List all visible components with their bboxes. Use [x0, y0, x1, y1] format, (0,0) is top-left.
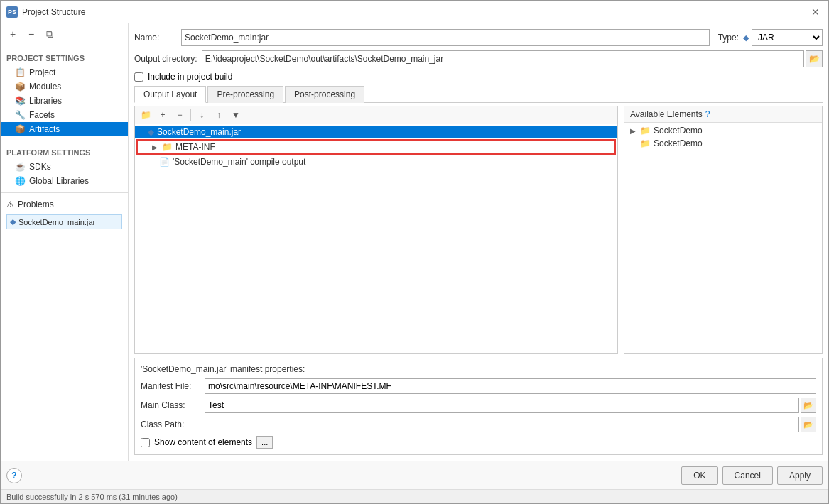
bottom-left: ? — [6, 468, 22, 483]
problems-icon: ⚠ — [6, 199, 14, 209]
output-dir-browse-button[interactable]: 📂 — [806, 50, 823, 67]
sidebar-copy-button[interactable]: ⧉ — [42, 26, 58, 42]
show-content-button[interactable]: ... — [256, 436, 273, 449]
sidebar-add-button[interactable]: + — [5, 26, 21, 42]
move-up-icon: ↑ — [217, 110, 221, 120]
folder-icon: 📁 — [640, 138, 651, 148]
sidebar-item-global-libraries[interactable]: 🌐 Global Libraries — [1, 174, 128, 188]
tab-pre-processing[interactable]: Pre-processing — [207, 86, 283, 103]
manifest-title: 'SocketDemo_main.jar' manifest propertie… — [141, 364, 816, 374]
browse-folder-icon: 📂 — [803, 401, 813, 410]
artifact-right-panel: Available Elements ? ▶ 📁 SocketDemo 📁 So — [624, 106, 823, 354]
sidebar-remove-button[interactable]: − — [23, 26, 39, 42]
tab-output-layout[interactable]: Output Layout — [134, 86, 206, 103]
tree-item-compile-output[interactable]: 📄 'SocketDemo_main' compile output — [135, 155, 617, 168]
close-icon: ✕ — [811, 6, 820, 18]
main-class-input[interactable] — [205, 398, 799, 413]
artifact-add-btn[interactable]: + — [155, 108, 170, 122]
sidebar-item-facets[interactable]: 🔧 Facets — [1, 108, 128, 122]
artifact-remove-btn[interactable]: − — [172, 108, 188, 122]
platform-settings-section: Platform Settings — [1, 146, 128, 160]
help-icon[interactable]: ? — [705, 109, 710, 119]
available-elements-header: Available Elements ? — [624, 106, 822, 123]
class-path-browse-button[interactable]: 📂 — [801, 417, 816, 432]
tree-item-label: 'SocketDemo_main' compile output — [173, 157, 305, 167]
app-icon: PS — [6, 6, 18, 18]
sidebar-item-label: Problems — [18, 199, 54, 209]
artifact-panel: 📁 + − ↓ ↑ — [134, 106, 823, 354]
artifacts-tree-area: ◆ SocketDemo_main:jar — [1, 212, 128, 232]
sidebar-item-libraries[interactable]: 📚 Libraries — [1, 94, 128, 108]
artifacts-icon: 📦 — [15, 124, 26, 134]
artifact-item-icon: ◆ — [10, 217, 16, 226]
artifact-move-up-btn[interactable]: ↑ — [211, 108, 227, 122]
remove-icon: − — [28, 28, 34, 40]
available-item-2[interactable]: 📁 SocketDemo — [624, 137, 822, 150]
sidebar-item-artifacts[interactable]: 📦 Artifacts — [1, 122, 128, 136]
class-path-input[interactable] — [205, 417, 799, 432]
sidebar-item-sdks[interactable]: ☕ SDKs — [1, 160, 128, 174]
type-label: Type: — [718, 33, 739, 43]
available-item-label: SocketDemo — [654, 126, 703, 136]
add-icon: + — [10, 28, 16, 40]
main-class-browse-button[interactable]: 📂 — [801, 398, 816, 413]
tab-post-processing[interactable]: Post-processing — [285, 86, 364, 103]
sidebar-item-project[interactable]: 📋 Project — [1, 65, 128, 80]
sidebar-item-label: Libraries — [29, 96, 62, 106]
output-icon: 📄 — [159, 157, 170, 167]
artifact-tree-item[interactable]: ◆ SocketDemo_main:jar — [6, 214, 122, 229]
output-dir-row: Output directory: 📂 — [134, 50, 823, 67]
artifact-tree: ◆ SocketDemo_main.jar ▶ 📁 META-INF � — [135, 124, 617, 353]
tree-item-jar[interactable]: ◆ SocketDemo_main.jar — [135, 126, 617, 138]
artifact-move-down-btn[interactable]: ↓ — [194, 108, 210, 122]
sidebar-item-label: Global Libraries — [29, 176, 89, 186]
manifest-file-input[interactable] — [205, 378, 816, 394]
modules-icon: 📦 — [15, 82, 26, 92]
help-icon: ? — [11, 471, 16, 481]
cancel-button[interactable]: Cancel — [722, 466, 773, 485]
move-down-icon: ↓ — [200, 110, 204, 120]
sidebar-tree: Project Settings 📋 Project 📦 Modules 📚 L… — [1, 45, 128, 461]
sidebar: + − ⧉ Project Settings 📋 Project — [1, 23, 129, 461]
main-class-label: Main Class: — [141, 400, 205, 410]
tabs-row: Output Layout Pre-processing Post-proces… — [134, 86, 823, 103]
sidebar-item-modules[interactable]: 📦 Modules — [1, 80, 128, 94]
artifact-more-btn[interactable]: ▼ — [228, 108, 244, 122]
toolbar-sep — [190, 109, 191, 121]
apply-button[interactable]: Apply — [777, 466, 823, 485]
output-dir-label: Output directory: — [134, 54, 197, 64]
show-content-checkbox[interactable] — [141, 438, 150, 447]
output-dir-input[interactable] — [202, 50, 804, 67]
sidebar-item-problems[interactable]: ⚠ Problems — [1, 197, 128, 212]
chevron-icon: ▶ — [630, 127, 640, 135]
available-item-label: SocketDemo — [654, 138, 703, 148]
sdks-icon: ☕ — [15, 162, 26, 172]
artifact-toolbar: 📁 + − ↓ ↑ — [135, 106, 617, 124]
project-settings-section: Project Settings — [1, 51, 128, 65]
sidebar-divider-1 — [1, 141, 128, 141]
name-input[interactable] — [181, 29, 710, 46]
available-item-1[interactable]: ▶ 📁 SocketDemo — [624, 124, 822, 137]
statusbar: Build successfully in 2 s 570 ms (31 min… — [1, 489, 828, 503]
available-elements-label: Available Elements — [630, 109, 703, 119]
include-build-label: Include in project build — [148, 72, 232, 82]
artifact-left-panel: 📁 + − ↓ ↑ — [134, 106, 618, 354]
close-button[interactable]: ✕ — [808, 5, 823, 19]
titlebar: PS Project Structure ✕ — [1, 1, 828, 23]
tree-item-meta-inf[interactable]: ▶ 📁 META-INF — [136, 139, 616, 155]
type-select[interactable]: JAR — [752, 29, 823, 46]
sidebar-item-label: Facets — [29, 110, 55, 120]
artifact-folder-btn[interactable]: 📁 — [138, 108, 153, 122]
remove-icon: − — [177, 110, 182, 120]
folder-icon: 📁 — [162, 142, 173, 152]
include-build-checkbox[interactable] — [134, 72, 143, 82]
class-path-row: Class Path: 📂 — [141, 417, 816, 432]
show-content-label: Show content of elements — [154, 437, 252, 447]
main-panel: Name: Type: ◆ JAR Output directory: 📂 In — [129, 23, 828, 461]
global-libraries-icon: 🌐 — [15, 176, 26, 186]
browse-folder-icon: 📂 — [803, 420, 813, 429]
help-button[interactable]: ? — [6, 468, 22, 483]
tree-item-label: META-INF — [175, 142, 215, 152]
ok-button[interactable]: OK — [681, 466, 717, 485]
dialog-title: Project Structure — [22, 7, 808, 17]
